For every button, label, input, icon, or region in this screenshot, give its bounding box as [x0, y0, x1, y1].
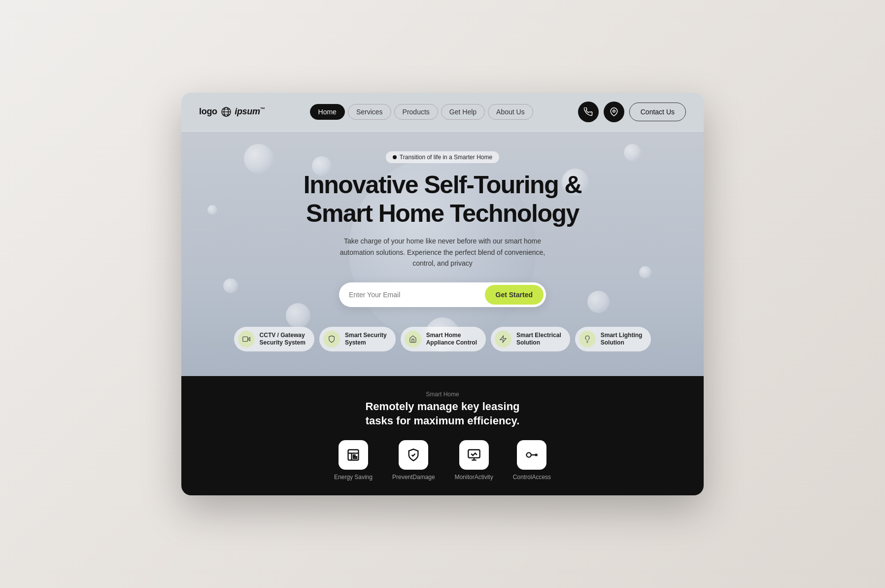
navbar: logo ipsum™ Home Services Products Get H… [181, 93, 704, 132]
hero-section: Transition of life in a Smarter Home Inn… [181, 132, 704, 376]
sphere-4 [286, 303, 310, 328]
nav-right: Contact Us [578, 102, 686, 122]
nav-links: Home Services Products Get Help About Us [310, 104, 533, 120]
pill-appliance[interactable]: Smart HomeAppliance Control [401, 327, 486, 351]
pill-appliance-text: Smart HomeAppliance Control [426, 332, 477, 347]
phone-icon [584, 107, 593, 116]
svg-rect-6 [242, 337, 247, 342]
feature-monitor[interactable]: MonitorActivity [455, 440, 493, 481]
nav-item-about-us[interactable]: About Us [488, 104, 533, 120]
feature-access[interactable]: ControlAccess [513, 440, 551, 481]
bottom-title: Remotely manage key leasing tasks for ma… [199, 400, 686, 428]
browser-window: logo ipsum™ Home Services Products Get H… [181, 93, 704, 495]
feature-pills: CCTV / GatewaySecurity System Smart Secu… [224, 327, 661, 366]
globe-icon [221, 106, 232, 117]
nav-item-home[interactable]: Home [310, 104, 345, 120]
pill-security[interactable]: Smart SecuritySystem [319, 327, 396, 351]
monitor-icon [467, 448, 481, 462]
bulb-icon [583, 335, 591, 343]
shield-icon [328, 335, 336, 343]
logo-word: logo [199, 106, 217, 116]
pill-security-text: Smart SecuritySystem [345, 332, 387, 347]
bottom-section: Smart Home Remotely manage key leasing t… [181, 376, 704, 495]
pill-lighting[interactable]: Smart LightingSolution [575, 327, 651, 351]
contact-button[interactable]: Contact Us [629, 103, 686, 121]
nav-item-get-help[interactable]: Get Help [441, 104, 485, 120]
nav-item-products[interactable]: Products [394, 104, 438, 120]
pill-electrical[interactable]: Smart ElectricalSolution [491, 327, 570, 351]
logo-area: logo ipsum™ [199, 106, 265, 117]
location-icon [610, 107, 618, 116]
features-grid: Energy Saving PreventDamage [199, 440, 686, 481]
sphere-9 [207, 205, 217, 215]
svg-point-18 [527, 452, 531, 457]
damage-icon-box [399, 440, 428, 470]
sphere-5 [624, 144, 641, 161]
energy-label: Energy Saving [334, 474, 373, 481]
logo-text: logo ipsum™ [199, 106, 265, 117]
pill-lighting-icon [579, 331, 596, 347]
home-icon [409, 335, 417, 343]
bottom-title-line2: tasks for maximum efficiency. [366, 415, 520, 427]
pill-lighting-text: Smart LightingSolution [601, 332, 643, 347]
zap-icon [499, 335, 507, 343]
email-input[interactable] [349, 291, 485, 299]
pill-electrical-icon [495, 331, 511, 347]
monitor-icon-box [459, 440, 489, 470]
energy-icon-box [339, 440, 368, 470]
access-icon-box [517, 440, 546, 470]
access-label: ControlAccess [513, 474, 551, 481]
svg-point-5 [613, 110, 615, 113]
pill-cctv[interactable]: CCTV / GatewaySecurity System [234, 327, 314, 351]
damage-label: PreventDamage [392, 474, 435, 481]
hero-title: Innovative Self-Touring & Smart Home Tec… [304, 171, 581, 228]
get-started-button[interactable]: Get Started [485, 285, 544, 305]
sphere-3 [223, 278, 238, 293]
logo-tm: ™ [260, 106, 265, 112]
badge-text: Transition of life in a Smarter Home [400, 154, 492, 161]
hero-title-line2: Smart Home Technology [306, 200, 579, 227]
hero-subtitle: Take charge of your home like never befo… [329, 236, 556, 269]
svg-marker-7 [500, 336, 506, 343]
feature-energy[interactable]: Energy Saving [334, 440, 373, 481]
pill-cctv-icon [238, 331, 255, 347]
hero-badge: Transition of life in a Smarter Home [386, 151, 499, 163]
monitor-label: MonitorActivity [455, 474, 493, 481]
location-button[interactable] [604, 102, 624, 122]
camera-icon [242, 335, 250, 343]
feature-damage[interactable]: PreventDamage [392, 440, 435, 481]
phone-button[interactable] [578, 102, 599, 122]
sphere-8 [587, 291, 610, 313]
pill-security-icon [323, 331, 340, 347]
pill-electrical-text: Smart ElectricalSolution [516, 332, 561, 347]
pill-appliance-icon [405, 331, 421, 347]
key-icon [525, 448, 539, 462]
nav-item-services[interactable]: Services [348, 104, 391, 120]
badge-dot [393, 155, 397, 159]
svg-rect-14 [353, 456, 355, 458]
bottom-label: Smart Home [199, 391, 686, 398]
hero-title-line1: Innovative Self-Touring & [304, 171, 581, 199]
damage-icon [407, 448, 420, 462]
sphere-7 [639, 266, 651, 278]
sphere-1 [244, 144, 273, 173]
energy-icon [346, 448, 360, 462]
bottom-title-line1: Remotely manage key leasing [365, 400, 519, 413]
logo-brand: ipsum [235, 106, 260, 116]
email-form: Get Started [339, 282, 546, 307]
pill-cctv-text: CCTV / GatewaySecurity System [260, 332, 306, 347]
